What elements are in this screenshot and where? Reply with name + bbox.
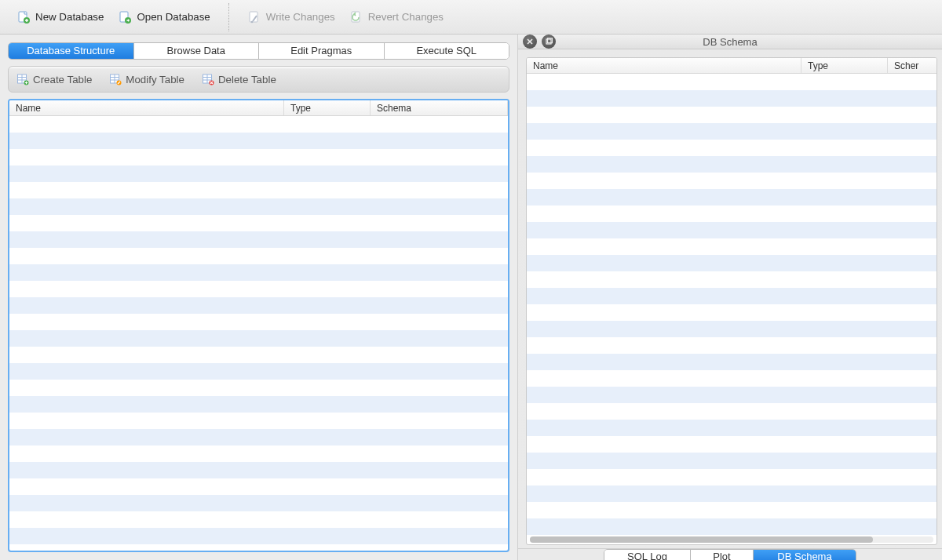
table-row <box>527 469 937 485</box>
table-row <box>527 354 937 370</box>
table-row <box>527 74 937 90</box>
right-pane-body: Name Type Scher <box>518 49 942 548</box>
table-row <box>9 363 508 380</box>
schema-table-header: Name Type Scher <box>527 58 937 74</box>
table-row <box>527 123 937 140</box>
write-changes-icon <box>247 10 261 24</box>
table-row <box>527 107 937 123</box>
table-row <box>527 222 937 238</box>
structure-col-type[interactable]: Type <box>284 100 371 115</box>
tab-execute-sql[interactable]: Execute SQL <box>385 43 509 59</box>
table-row <box>9 133 508 149</box>
table-row <box>9 413 508 429</box>
table-row <box>527 304 937 321</box>
new-database-icon <box>16 10 31 24</box>
revert-changes-icon <box>349 10 363 24</box>
table-row <box>527 518 937 535</box>
schema-table[interactable]: Name Type Scher <box>526 57 937 545</box>
bottom-tab-plot[interactable]: Plot <box>691 550 754 560</box>
table-row <box>527 288 937 304</box>
table-row <box>527 173 937 189</box>
modify-table-button[interactable]: Modify Table <box>109 73 184 85</box>
schema-table-body <box>527 74 937 535</box>
table-row <box>527 403 937 420</box>
revert-changes-button[interactable]: Revert Changes <box>342 6 451 28</box>
create-table-icon <box>16 73 29 85</box>
delete-table-label: Delete Table <box>218 74 276 85</box>
table-row <box>9 380 508 396</box>
table-row <box>9 347 508 363</box>
structure-action-bar: Create Table Modify Table Delete Table <box>8 66 509 93</box>
table-row <box>527 90 937 107</box>
table-row <box>9 264 508 281</box>
table-row <box>9 528 508 544</box>
table-row <box>527 387 937 403</box>
bottom-segment: SQL Log Plot DB Schema <box>604 549 856 560</box>
table-row <box>9 445 508 462</box>
table-row <box>527 321 937 337</box>
new-database-label: New Database <box>35 11 104 23</box>
table-row <box>9 429 508 445</box>
structure-col-name[interactable]: Name <box>9 100 284 115</box>
table-row <box>9 116 508 133</box>
table-row <box>527 453 937 469</box>
toolbar-separator <box>228 3 229 31</box>
revert-changes-label: Revert Changes <box>368 11 444 23</box>
table-row <box>9 297 508 314</box>
structure-tree[interactable]: Name Type Schema <box>8 99 509 552</box>
table-row <box>527 205 937 222</box>
table-row <box>527 485 937 502</box>
left-pane: Database Structure Browse Data Edit Prag… <box>0 35 518 560</box>
close-panel-button[interactable] <box>523 35 537 49</box>
schema-h-scrollbar[interactable] <box>527 535 937 544</box>
table-row <box>9 198 508 215</box>
right-pane-bottom-tabs: SQL Log Plot DB Schema <box>518 548 942 560</box>
delete-table-icon <box>202 73 214 85</box>
toolbar-section-file: New Database Open Database <box>5 6 222 28</box>
table-row <box>527 436 937 453</box>
right-pane-title: DB Schema <box>518 36 942 48</box>
create-table-button[interactable]: Create Table <box>16 73 92 85</box>
table-row <box>527 140 937 156</box>
structure-col-schema[interactable]: Schema <box>371 100 508 115</box>
table-row <box>9 182 508 198</box>
tab-edit-pragmas[interactable]: Edit Pragmas <box>259 43 385 59</box>
write-changes-label: Write Changes <box>266 11 335 23</box>
table-row <box>527 502 937 518</box>
close-icon <box>526 38 534 45</box>
table-row <box>9 248 508 264</box>
top-toolbar: New Database Open Database Write Changes… <box>0 0 942 35</box>
main-split: Database Structure Browse Data Edit Prag… <box>0 35 942 560</box>
table-row <box>9 281 508 297</box>
open-database-label: Open Database <box>137 11 210 23</box>
table-row <box>9 231 508 248</box>
tab-database-structure[interactable]: Database Structure <box>9 43 134 59</box>
table-row <box>527 420 937 436</box>
open-database-icon <box>118 10 132 24</box>
bottom-tab-sql-log[interactable]: SQL Log <box>604 550 691 560</box>
modify-table-label: Modify Table <box>126 74 184 85</box>
right-pane: DB Schema Name Type Scher SQL Log Plot D… <box>518 35 942 560</box>
table-row <box>527 189 937 205</box>
table-row <box>9 495 508 511</box>
tab-browse-data[interactable]: Browse Data <box>134 43 260 59</box>
write-changes-button[interactable]: Write Changes <box>240 6 342 28</box>
undock-panel-button[interactable] <box>542 35 556 49</box>
table-row <box>9 165 508 182</box>
schema-col-schema[interactable]: Scher <box>888 58 937 73</box>
open-database-button[interactable]: Open Database <box>111 6 217 28</box>
table-row <box>527 255 937 271</box>
right-pane-header: DB Schema <box>518 35 942 49</box>
table-row <box>527 156 937 173</box>
table-row <box>9 149 508 165</box>
table-row <box>9 330 508 347</box>
create-table-label: Create Table <box>33 74 92 85</box>
svg-point-5 <box>250 20 253 23</box>
table-row <box>9 215 508 231</box>
undock-icon <box>545 38 553 45</box>
schema-col-name[interactable]: Name <box>527 58 801 73</box>
new-database-button[interactable]: New Database <box>9 6 111 28</box>
bottom-tab-db-schema[interactable]: DB Schema <box>754 550 856 560</box>
schema-col-type[interactable]: Type <box>801 58 888 73</box>
delete-table-button[interactable]: Delete Table <box>202 73 276 85</box>
